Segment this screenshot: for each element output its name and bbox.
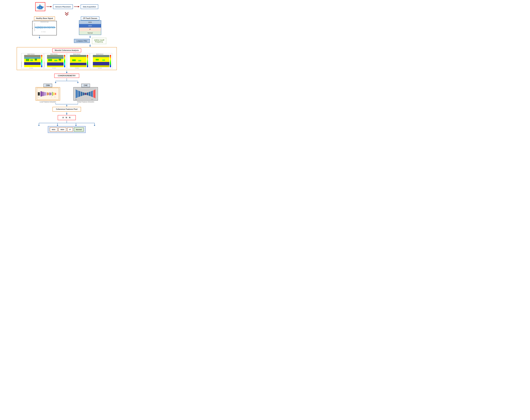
svg-text:Wavelet Coherence: Wavelet Coherence (28, 54, 35, 55)
svg-rect-77 (49, 92, 50, 95)
svg-marker-115 (57, 125, 58, 126)
fault-class-mss: MSS (79, 20, 101, 24)
svg-rect-71 (41, 91, 42, 96)
svg-marker-88 (76, 89, 78, 98)
arrow-cohero-split (44, 78, 89, 83)
svg-rect-59 (96, 59, 99, 60)
svg-rect-38 (54, 60, 57, 61)
lowpass-row: Lowpass Filter 4.6KHz CutoffFrequency. (74, 38, 106, 44)
svg-rect-7 (37, 9, 43, 10)
svg-text:Encoder: Encoder (75, 99, 77, 100)
fault-classes-box: MSS MSH IF Normal (79, 20, 101, 35)
svg-text:Time (Samples): Time (Samples) (52, 68, 56, 68)
svg-rect-57 (93, 62, 109, 65)
cae-arch-svg: Encoder Decoder (74, 88, 97, 100)
cutoff-box: 4.6KHz CutoffFrequency. (92, 38, 106, 44)
ann-box: A N N (58, 115, 76, 120)
cutoff-label: 4.6KHz CutoffFrequency. (94, 39, 104, 43)
arrow-merge (44, 103, 89, 106)
pump-icon (36, 3, 44, 10)
svg-rect-6 (40, 5, 40, 7)
wavelet-title-row: Wavelet Coherence Analysis (18, 48, 116, 52)
dbl-arrow-row (64, 12, 70, 16)
output-msh: MSH (59, 128, 66, 131)
wavelet-outer: Wavelet Coherence Analysis Wavelet Coher… (17, 47, 117, 70)
output-mss: MSS (50, 128, 58, 131)
svg-marker-9 (50, 6, 52, 7)
ann-label: A N N (62, 116, 71, 119)
arrow-cfp-ann (66, 112, 68, 115)
svg-rect-79 (52, 92, 53, 96)
svg-marker-94 (89, 91, 90, 96)
healthy-title: Healthy Base Signal (36, 17, 53, 19)
svg-text:Wavelet Coherence: Wavelet Coherence (50, 54, 58, 55)
wavelet-plot-2: Wavelet Coherence (44, 53, 66, 69)
wavelet-svg-3: Wavelet Coherence (67, 53, 89, 69)
data-acq-label: Data Acquisition (83, 6, 96, 8)
svg-marker-67 (77, 82, 79, 83)
pump-box (35, 2, 45, 11)
svg-text:Out: Out (55, 97, 56, 97)
svg-point-4 (40, 7, 41, 8)
output-msh-label: MSH (60, 129, 64, 130)
output-container: MSS MSH IF Normal (48, 126, 86, 133)
output-normal: Normal (74, 128, 84, 131)
svg-rect-60 (102, 59, 105, 61)
svg-text:FC: FC (51, 97, 52, 97)
svg-rect-25 (30, 59, 33, 61)
svg-rect-49 (72, 59, 76, 61)
wavelet-plots: Wavelet Coherence (18, 53, 116, 69)
svg-rect-35 (47, 62, 63, 66)
svg-rect-54 (110, 55, 111, 67)
svg-text:Normalized Frequency: Normalized Frequency (44, 62, 45, 67)
row2: Healthy Base Signal Healthy Baseline Sig… (32, 16, 101, 35)
output-split-svg (28, 122, 106, 126)
svg-rect-44 (87, 55, 88, 67)
svg-rect-75 (47, 92, 48, 95)
svg-rect-31 (64, 55, 65, 67)
cae-title-box: CAE (81, 84, 90, 87)
svg-rect-2 (37, 7, 39, 8)
cnn-title: CNN (46, 85, 50, 86)
cae-title: CAE (84, 85, 88, 86)
svg-rect-72 (42, 92, 44, 96)
right-lowpass: Lowpass Filter 4.6KHz CutoffFrequency. (74, 35, 106, 47)
merge-arrow-svg (44, 103, 89, 106)
arrow-pump-sensors (46, 6, 52, 8)
wavelet-svg-2: Wavelet Coherence (44, 53, 66, 69)
wavelet-title-box: Wavelet Coherence Analysis (52, 48, 81, 52)
svg-rect-5 (42, 7, 44, 8)
svg-marker-117 (94, 125, 95, 126)
cp-fault-section: CP Fault Classes MSS MSH IF Normal (79, 16, 101, 35)
output-normal-label: Normal (76, 129, 82, 130)
signal-plot-title: Healthy Baseline Signal (32, 21, 57, 22)
svg-rect-23 (24, 65, 41, 67)
split-arrow-svg (44, 80, 89, 83)
svg-marker-89 (78, 90, 80, 97)
data-acquisition-box: Data Acquisition (81, 4, 98, 9)
svg-rect-21 (24, 57, 41, 59)
svg-rect-73 (44, 92, 45, 96)
cohero-label: COHEROGREMETRY (58, 75, 76, 77)
output-if-label: IF (69, 129, 71, 130)
svg-marker-107 (66, 106, 68, 106)
main-wrapper: Sensors Placement Data Acquisition (2, 2, 131, 133)
arrow-wavelet-cohero (66, 71, 68, 73)
wavelet-svg-1: Wavelet Coherence (21, 53, 44, 69)
cnn-plot: Input FC Out (36, 87, 60, 101)
cohero-box: COHEROGREMETRY (54, 74, 79, 78)
svg-rect-24 (26, 59, 29, 61)
cnn-cae-row: CNN (36, 84, 98, 103)
healthy-title-box: Healthy Base Signal (34, 16, 55, 20)
svg-rect-34 (47, 58, 63, 59)
connector-row: Lowpass Filter 4.6KHz CutoffFrequency. (27, 35, 106, 47)
cae-plot: Encoder Decoder (74, 87, 98, 101)
svg-rect-33 (47, 55, 63, 58)
output-mss-label: MSS (52, 129, 56, 130)
svg-rect-47 (70, 63, 87, 65)
svg-text:Wavelet Coherence: Wavelet Coherence (96, 54, 103, 55)
svg-marker-11 (78, 6, 80, 7)
svg-rect-46 (70, 55, 87, 57)
wavelet-plot-4: Wavelet Coherence (90, 53, 112, 69)
svg-rect-81 (54, 93, 55, 95)
